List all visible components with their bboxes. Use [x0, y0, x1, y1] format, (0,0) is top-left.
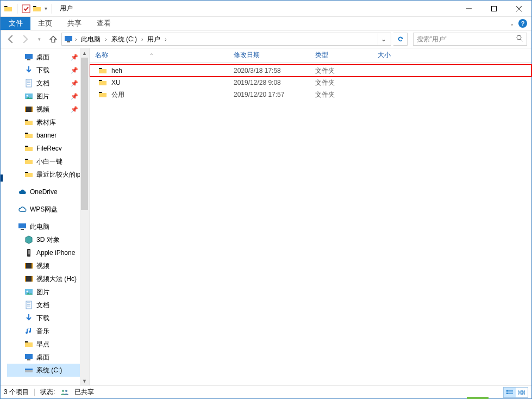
svg-rect-19: [518, 393, 521, 395]
nav-item[interactable]: 桌面: [7, 351, 80, 364]
column-date[interactable]: 修改日期: [234, 51, 315, 60]
nav-item[interactable]: banner: [7, 129, 80, 142]
nav-item[interactable]: OneDrive: [7, 185, 80, 198]
folder-icon: [98, 66, 107, 75]
search-icon[interactable]: [516, 35, 523, 43]
nav-item[interactable]: 桌面📌: [7, 51, 80, 64]
nav-item-label: 桌面: [36, 53, 49, 62]
nav-item[interactable]: WPS网盘: [7, 203, 80, 216]
nav-item[interactable]: 3D 对象: [7, 233, 80, 246]
pictures-icon: [24, 288, 33, 296]
ribbon-file-tab[interactable]: 文件: [1, 17, 30, 30]
quick-folder-icon[interactable]: [33, 4, 41, 13]
forward-button[interactable]: [19, 33, 31, 45]
nav-item[interactable]: 图片: [7, 285, 80, 298]
address-bar[interactable]: › 此电脑 › 系统 (C:) › 用户 › ⌄: [61, 33, 391, 46]
ribbon-tab-share[interactable]: 共享: [60, 17, 89, 30]
sort-indicator: ⌃: [149, 53, 154, 58]
nav-item[interactable]: 系统 (C:): [7, 364, 80, 377]
nav-item[interactable]: Apple iPhone: [7, 246, 80, 259]
videos-icon: [24, 261, 33, 270]
crumb-thispc[interactable]: 此电脑: [79, 35, 103, 44]
column-name[interactable]: 名称⌃: [95, 51, 234, 60]
search-input[interactable]: [417, 35, 516, 43]
crumb-sep[interactable]: ›: [164, 36, 167, 42]
status-state-label: 状态:: [40, 388, 55, 397]
crumb-sep[interactable]: ›: [104, 36, 108, 42]
scroll-thumb[interactable]: [81, 58, 88, 210]
file-row[interactable]: XU2019/12/28 9:08文件夹: [90, 77, 531, 89]
desktop-icon: [24, 353, 33, 361]
folder-icon: [24, 118, 33, 127]
music-icon: [24, 327, 33, 335]
pin-icon: 📌: [71, 80, 78, 87]
nav-item-label: 文档: [36, 301, 49, 310]
nav-item[interactable]: 视频大法 (Hc): [7, 272, 80, 285]
nav-scrollbar[interactable]: ▲ ▼: [80, 48, 89, 385]
search-box[interactable]: [413, 33, 527, 46]
phone-icon: [24, 248, 33, 257]
nav-item-label: 下载: [36, 66, 49, 75]
nav-item[interactable]: 此电脑: [7, 220, 80, 233]
ribbon-expand-button[interactable]: ⌄: [510, 21, 514, 27]
nav-item-label: 视频: [36, 105, 49, 114]
address-bar-row: ▾ › 此电脑 › 系统 (C:) › 用户 › ⌄: [1, 30, 531, 48]
refresh-button[interactable]: [393, 33, 408, 46]
file-name: heh: [111, 67, 122, 74]
nav-item[interactable]: 下载: [7, 311, 80, 325]
file-name: XU: [111, 79, 121, 86]
nav-item-label: OneDrive: [30, 188, 58, 196]
file-date: 2019/12/28 9:08: [234, 79, 315, 86]
file-date: 2020/3/18 17:58: [234, 67, 315, 74]
nav-item[interactable]: FileRecv: [7, 142, 80, 155]
recent-dropdown[interactable]: ▾: [33, 33, 45, 45]
nav-item[interactable]: 视频: [7, 259, 80, 272]
nav-item[interactable]: 素材库: [7, 116, 80, 129]
pin-icon: 📌: [71, 54, 78, 61]
crumb-sep[interactable]: ›: [74, 36, 78, 42]
drive-icon: [24, 366, 33, 375]
nav-item[interactable]: 图片📌: [7, 90, 80, 103]
nav-item[interactable]: 小白一键: [7, 155, 80, 168]
pin-icon: 📌: [71, 67, 78, 74]
ribbon-tab-view[interactable]: 查看: [89, 17, 118, 30]
help-icon[interactable]: ?: [518, 19, 527, 28]
scroll-up-button[interactable]: ▲: [80, 48, 89, 58]
up-button[interactable]: [47, 33, 59, 45]
monitor-icon: [64, 35, 73, 43]
ribbon: 文件 主页 共享 查看 ⌄ ?: [1, 17, 531, 30]
folder2-icon: [24, 340, 33, 348]
videos-icon: [24, 105, 33, 114]
nav-item[interactable]: 最近比较火的iph: [7, 168, 80, 181]
crumb-sep[interactable]: ›: [140, 36, 144, 42]
pin-icon: 📌: [71, 106, 78, 113]
crumb-drive[interactable]: 系统 (C:): [109, 35, 139, 44]
nav-item[interactable]: 音乐: [7, 325, 80, 338]
back-button[interactable]: [5, 33, 17, 45]
file-row[interactable]: 公用2019/12/20 17:57文件夹: [90, 89, 531, 101]
nav-item[interactable]: 视频📌: [7, 103, 80, 116]
minimize-button[interactable]: [456, 1, 481, 17]
crumb-users[interactable]: 用户: [145, 35, 162, 44]
maximize-button[interactable]: [481, 1, 506, 17]
quick-check-icon[interactable]: [22, 4, 30, 13]
explorer-window: ▾ 用户 文件 主页 共享 查看 ⌄ ? ▾ › 此电脑 › 系统 (C:): [0, 0, 532, 399]
nav-item-label: 视频大法 (Hc): [36, 275, 77, 284]
column-type[interactable]: 类型: [315, 51, 378, 60]
qat-dropdown[interactable]: ▾: [45, 5, 47, 11]
nav-item-label: 音乐: [36, 327, 49, 336]
ribbon-tab-home[interactable]: 主页: [30, 17, 60, 30]
nav-item[interactable]: 文档📌: [7, 77, 80, 90]
svg-rect-20: [522, 393, 525, 395]
downloads-icon: [24, 314, 33, 322]
nav-item[interactable]: 早点: [7, 338, 80, 351]
close-button[interactable]: [506, 1, 531, 17]
address-history-dropdown[interactable]: ⌄: [378, 33, 389, 45]
file-row[interactable]: heh2020/3/18 17:58文件夹: [90, 65, 531, 77]
column-size[interactable]: 大小: [378, 51, 421, 60]
view-large-button[interactable]: [516, 388, 528, 397]
view-details-button[interactable]: [504, 388, 516, 397]
nav-item[interactable]: 文档: [7, 298, 80, 311]
scroll-down-button[interactable]: ▼: [80, 376, 89, 385]
nav-item[interactable]: 下载📌: [7, 64, 80, 77]
